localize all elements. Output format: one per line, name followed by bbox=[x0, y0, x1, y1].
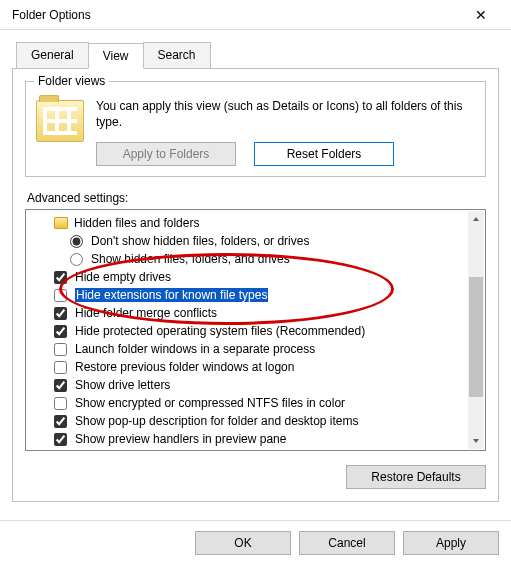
check-label: Hide folder merge conflicts bbox=[75, 306, 217, 320]
checkbox-input[interactable] bbox=[54, 433, 67, 446]
window-title: Folder Options bbox=[12, 8, 91, 22]
apply-to-folders-button[interactable]: Apply to Folders bbox=[96, 142, 236, 166]
folder-mini-icon bbox=[54, 217, 68, 229]
check-label: Show drive letters bbox=[75, 378, 170, 392]
check-show-preview-handlers[interactable]: Show preview handlers in preview pane bbox=[28, 430, 466, 448]
checkbox-input[interactable] bbox=[54, 343, 67, 356]
check-label: Launch folder windows in a separate proc… bbox=[75, 342, 315, 356]
radio-input[interactable] bbox=[70, 253, 83, 266]
checkbox-input[interactable] bbox=[54, 325, 67, 338]
checkbox-input[interactable] bbox=[54, 415, 67, 428]
dialog-content: General View Search Folder views You can… bbox=[0, 30, 511, 514]
reset-folders-button[interactable]: Reset Folders bbox=[254, 142, 394, 166]
check-hide-merge-conflicts[interactable]: Hide folder merge conflicts bbox=[28, 304, 466, 322]
group-hidden-files: Hidden files and folders bbox=[28, 214, 466, 232]
ok-button[interactable]: OK bbox=[195, 531, 291, 555]
tabstrip: General View Search bbox=[16, 42, 499, 68]
apply-button[interactable]: Apply bbox=[403, 531, 499, 555]
tab-search[interactable]: Search bbox=[143, 42, 211, 68]
titlebar: Folder Options ✕ bbox=[0, 0, 511, 30]
check-label: Restore previous folder windows at logon bbox=[75, 360, 294, 374]
checkbox-input[interactable] bbox=[54, 397, 67, 410]
tab-panel-view: Folder views You can apply this view (su… bbox=[12, 68, 499, 502]
tab-view[interactable]: View bbox=[88, 43, 144, 69]
restore-defaults-button[interactable]: Restore Defaults bbox=[346, 465, 486, 489]
check-label: Show preview handlers in preview pane bbox=[75, 432, 286, 446]
folder-views-description: You can apply this view (such as Details… bbox=[96, 98, 475, 130]
radio-input[interactable] bbox=[70, 235, 83, 248]
folder-views-group: Folder views You can apply this view (su… bbox=[25, 81, 486, 177]
advanced-settings-label: Advanced settings: bbox=[27, 191, 486, 205]
scrollbar[interactable] bbox=[468, 211, 484, 449]
check-show-popup-description[interactable]: Show pop-up description for folder and d… bbox=[28, 412, 466, 430]
check-label: Show pop-up description for folder and d… bbox=[75, 414, 359, 428]
checkbox-input[interactable] bbox=[54, 379, 67, 392]
check-label: Show encrypted or compressed NTFS files … bbox=[75, 396, 345, 410]
checkbox-input[interactable] bbox=[54, 361, 67, 374]
tab-general[interactable]: General bbox=[16, 42, 89, 68]
folder-views-legend: Folder views bbox=[34, 74, 109, 88]
checkbox-input[interactable] bbox=[54, 307, 67, 320]
check-label: Hide extensions for known file types bbox=[75, 288, 268, 302]
check-label: Hide protected operating system files (R… bbox=[75, 324, 365, 338]
check-show-encrypted-color[interactable]: Show encrypted or compressed NTFS files … bbox=[28, 394, 466, 412]
scroll-down-icon[interactable] bbox=[468, 433, 484, 449]
dialog-footer: OK Cancel Apply bbox=[0, 520, 511, 565]
checkbox-input[interactable] bbox=[54, 289, 67, 302]
check-hide-empty-drives[interactable]: Hide empty drives bbox=[28, 268, 466, 286]
check-restore-windows-logon[interactable]: Restore previous folder windows at logon bbox=[28, 358, 466, 376]
check-launch-separate-process[interactable]: Launch folder windows in a separate proc… bbox=[28, 340, 466, 358]
check-show-drive-letters[interactable]: Show drive letters bbox=[28, 376, 466, 394]
check-label: Hide empty drives bbox=[75, 270, 171, 284]
folder-icon bbox=[36, 100, 84, 142]
radio-label: Show hidden files, folders, and drives bbox=[91, 252, 290, 266]
cancel-button[interactable]: Cancel bbox=[299, 531, 395, 555]
radio-show-hidden[interactable]: Show hidden files, folders, and drives bbox=[28, 250, 466, 268]
advanced-settings-list[interactable]: Hidden files and folders Don't show hidd… bbox=[25, 209, 486, 451]
scroll-track[interactable] bbox=[468, 227, 484, 433]
group-label: Hidden files and folders bbox=[74, 216, 199, 230]
checkbox-input[interactable] bbox=[54, 271, 67, 284]
radio-dont-show-hidden[interactable]: Don't show hidden files, folders, or dri… bbox=[28, 232, 466, 250]
radio-label: Don't show hidden files, folders, or dri… bbox=[91, 234, 309, 248]
close-button[interactable]: ✕ bbox=[461, 0, 501, 30]
check-hide-extensions[interactable]: Hide extensions for known file types bbox=[28, 286, 466, 304]
scroll-thumb[interactable] bbox=[469, 277, 483, 397]
check-hide-protected-os-files[interactable]: Hide protected operating system files (R… bbox=[28, 322, 466, 340]
scroll-up-icon[interactable] bbox=[468, 211, 484, 227]
